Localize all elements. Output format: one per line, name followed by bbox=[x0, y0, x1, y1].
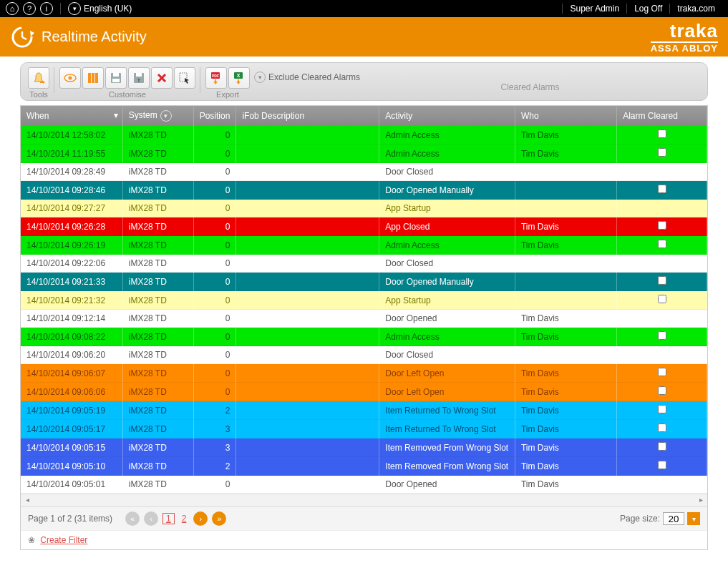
rename-button[interactable]: T bbox=[128, 67, 150, 89]
page-size-dropdown[interactable]: ▾ bbox=[687, 512, 700, 525]
table-row[interactable]: 14/10/2014 09:08:22iMX28 TD0Admin Access… bbox=[21, 328, 707, 346]
first-page-button[interactable]: « bbox=[125, 511, 140, 526]
cell-system: iMX28 TD bbox=[122, 476, 193, 494]
cell-position: 0 bbox=[193, 144, 236, 163]
scroll-left-icon[interactable]: ◂ bbox=[22, 496, 32, 506]
last-page-button[interactable]: » bbox=[212, 511, 226, 526]
view-button[interactable] bbox=[59, 67, 81, 89]
table-row[interactable]: 14/10/2014 09:06:20iMX28 TD0Door Closed bbox=[21, 346, 707, 364]
alarm-cleared-checkbox[interactable] bbox=[658, 461, 666, 469]
cell-activity: Door Closed bbox=[379, 255, 515, 273]
page-size-input[interactable] bbox=[663, 512, 684, 525]
table-row[interactable]: 14/10/2014 09:05:15iMX28 TD3Item Removed… bbox=[21, 439, 707, 457]
cell-position: 2 bbox=[193, 457, 236, 476]
col-alarm[interactable]: Alarm Cleared bbox=[617, 106, 707, 126]
col-label: Alarm Cleared bbox=[623, 111, 678, 121]
help-icon[interactable]: ? bbox=[23, 2, 36, 15]
columns-button[interactable] bbox=[82, 67, 104, 89]
alarm-cleared-checkbox[interactable] bbox=[658, 148, 666, 157]
save-layout-button[interactable] bbox=[105, 67, 127, 89]
alarm-cleared-checkbox[interactable] bbox=[658, 331, 666, 340]
alarm-cleared-checkbox[interactable] bbox=[658, 185, 666, 193]
table-row[interactable]: 14/10/2014 09:05:10iMX28 TD2Item Removed… bbox=[21, 457, 707, 476]
export-pdf-button[interactable]: PDF bbox=[205, 67, 227, 89]
alarm-cleared-checkbox[interactable] bbox=[658, 386, 666, 395]
col-position[interactable]: Position bbox=[193, 106, 236, 126]
table-row[interactable]: 14/10/2014 09:28:46iMX28 TD0Door Opened … bbox=[21, 181, 707, 200]
cell-ifob bbox=[236, 476, 379, 494]
cell-who bbox=[515, 200, 616, 217]
alarm-cleared-checkbox[interactable] bbox=[658, 423, 666, 432]
table-row[interactable]: 14/10/2014 09:26:19iMX28 TD0Admin Access… bbox=[21, 236, 707, 255]
alarm-cleared-checkbox[interactable] bbox=[658, 442, 666, 451]
cell-position: 0 bbox=[193, 163, 236, 181]
link-super-admin[interactable]: Super Admin bbox=[562, 4, 626, 14]
table-row[interactable]: 14/10/2014 09:06:07iMX28 TD0Door Left Op… bbox=[21, 364, 707, 383]
info-icon[interactable]: i bbox=[40, 2, 53, 15]
col-system[interactable]: System▾ bbox=[122, 106, 193, 126]
alarm-cleared-checkbox[interactable] bbox=[658, 240, 666, 248]
table-row[interactable]: 14/10/2014 11:19:55iMX28 TD0Admin Access… bbox=[21, 144, 707, 163]
alarm-cleared-checkbox[interactable] bbox=[658, 368, 666, 376]
exclude-cleared-toggle[interactable]: ▾ Exclude Cleared Alarms bbox=[254, 72, 360, 83]
table-row[interactable]: 14/10/2014 09:05:01iMX28 TD0Door OpenedT… bbox=[21, 476, 707, 494]
page-current[interactable]: 1 bbox=[162, 513, 175, 524]
table-row[interactable]: 14/10/2014 09:26:28iMX28 TD0App ClosedTi… bbox=[21, 217, 707, 236]
alarm-cleared-checkbox[interactable] bbox=[658, 221, 666, 230]
page-link[interactable]: 2 bbox=[179, 514, 190, 524]
alarm-cleared-checkbox[interactable] bbox=[658, 276, 666, 285]
cell-position: 0 bbox=[193, 476, 236, 494]
table-row[interactable]: 14/10/2014 09:05:19iMX28 TD2Item Returne… bbox=[21, 401, 707, 420]
cell-system: iMX28 TD bbox=[122, 383, 193, 401]
cell-position: 0 bbox=[193, 255, 236, 273]
table-row[interactable]: 14/10/2014 09:05:17iMX28 TD3Item Returne… bbox=[21, 420, 707, 439]
table-row[interactable]: 14/10/2014 09:21:33iMX28 TD0Door Opened … bbox=[21, 273, 707, 291]
cell-system: iMX28 TD bbox=[122, 200, 193, 217]
cell-ifob bbox=[236, 217, 379, 236]
home-icon[interactable]: ⌂ bbox=[6, 2, 19, 15]
svg-rect-9 bbox=[95, 73, 98, 83]
table-row[interactable]: 14/10/2014 12:58:02iMX28 TD0Admin Access… bbox=[21, 126, 707, 144]
table-row[interactable]: 14/10/2014 09:22:06iMX28 TD0Door Closed bbox=[21, 255, 707, 273]
scroll-right-icon[interactable]: ▸ bbox=[696, 496, 706, 506]
prev-page-button[interactable]: ‹ bbox=[144, 511, 158, 526]
col-activity[interactable]: Activity bbox=[379, 106, 515, 126]
cell-activity: Item Returned To Wrong Slot bbox=[379, 420, 515, 439]
cell-when: 14/10/2014 09:06:20 bbox=[21, 346, 122, 364]
cell-when: 14/10/2014 09:08:22 bbox=[21, 328, 122, 346]
col-ifob[interactable]: iFob Description bbox=[236, 106, 379, 126]
cell-system: iMX28 TD bbox=[122, 457, 193, 476]
cell-who: Tim Davis bbox=[515, 476, 616, 494]
export-excel-button[interactable]: X bbox=[228, 67, 250, 89]
alarm-cleared-checkbox[interactable] bbox=[658, 295, 666, 303]
alarm-cleared-checkbox[interactable] bbox=[658, 129, 666, 138]
cell-position: 0 bbox=[193, 328, 236, 346]
create-filter-link[interactable]: Create Filter bbox=[40, 535, 87, 545]
language-selector[interactable]: ▾ English (UK) bbox=[68, 2, 132, 15]
table-row[interactable]: 14/10/2014 09:27:27iMX28 TD0App Startup bbox=[21, 200, 707, 217]
col-label: iFob Description bbox=[242, 111, 304, 121]
table-row[interactable]: 14/10/2014 09:12:14iMX28 TD0Door OpenedT… bbox=[21, 310, 707, 328]
col-when[interactable]: When▾ bbox=[21, 106, 122, 126]
cell-system: iMX28 TD bbox=[122, 401, 193, 420]
horizontal-scrollbar[interactable]: ◂ ▸ bbox=[21, 494, 707, 506]
exclude-label: Exclude Cleared Alarms bbox=[268, 72, 360, 82]
cell-who: Tim Davis bbox=[515, 401, 616, 420]
table-row[interactable]: 14/10/2014 09:28:49iMX28 TD0Door Closed bbox=[21, 163, 707, 181]
cell-when: 14/10/2014 09:22:06 bbox=[21, 255, 122, 273]
separator bbox=[54, 67, 55, 93]
select-button[interactable] bbox=[174, 67, 195, 89]
cell-alarm-cleared bbox=[617, 144, 707, 163]
next-page-button[interactable]: › bbox=[193, 511, 208, 526]
col-who[interactable]: Who bbox=[515, 106, 616, 126]
link-log-off[interactable]: Log Off bbox=[626, 4, 669, 14]
alarm-cleared-checkbox[interactable] bbox=[658, 405, 666, 413]
table-row[interactable]: 14/10/2014 09:06:06iMX28 TD0Door Left Op… bbox=[21, 383, 707, 401]
delete-button[interactable] bbox=[151, 67, 173, 89]
cell-who bbox=[515, 181, 616, 200]
cell-when: 14/10/2014 09:05:17 bbox=[21, 420, 122, 439]
alarm-tool-button[interactable] bbox=[28, 67, 49, 89]
table-row[interactable]: 14/10/2014 09:21:32iMX28 TD0App Startup bbox=[21, 291, 707, 310]
filter-dropdown-icon[interactable]: ▾ bbox=[160, 110, 172, 122]
link-traka-com[interactable]: traka.com bbox=[669, 4, 722, 14]
